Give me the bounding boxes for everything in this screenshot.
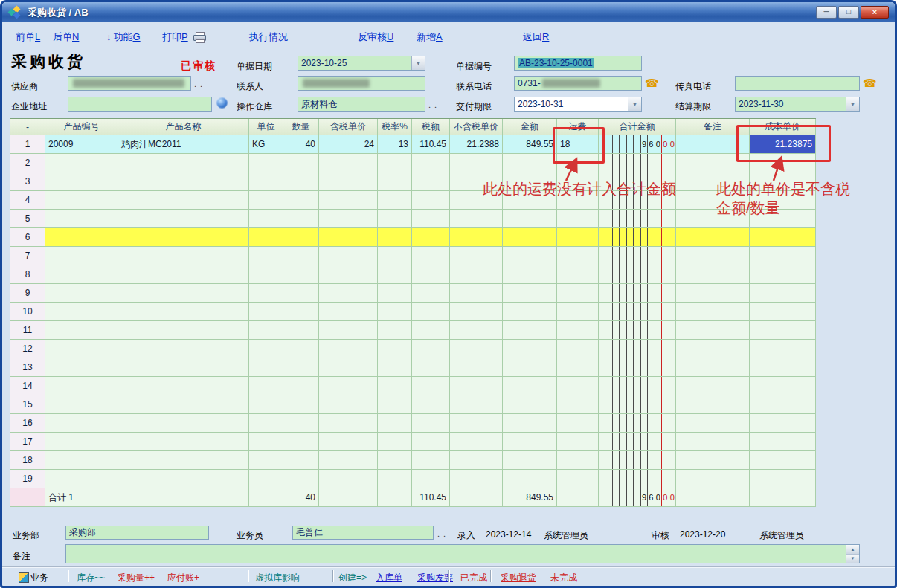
cell-price_tax[interactable] bbox=[319, 265, 378, 284]
virtual-stock-link[interactable]: 虚拟库影响 bbox=[255, 572, 300, 584]
cell-amount[interactable] bbox=[503, 433, 557, 451]
cell-product_name[interactable] bbox=[118, 284, 249, 303]
cell-remark[interactable] bbox=[676, 303, 750, 321]
remark-scroll-down-button[interactable]: ▼ bbox=[846, 555, 859, 563]
cell-unit[interactable] bbox=[249, 340, 283, 358]
cell-freight[interactable] bbox=[557, 451, 599, 470]
cell-tax_rate[interactable] bbox=[378, 191, 412, 210]
cell-tax[interactable] bbox=[412, 414, 450, 433]
cell-freight[interactable] bbox=[557, 358, 599, 377]
cell-qty[interactable] bbox=[283, 265, 319, 284]
cell-total-amount[interactable] bbox=[599, 377, 676, 395]
cell-cost_price[interactable] bbox=[750, 284, 816, 303]
cell-product_code[interactable] bbox=[45, 451, 118, 470]
cell-price_no_tax[interactable] bbox=[450, 433, 503, 451]
cell-qty[interactable] bbox=[283, 377, 319, 395]
cell-total-amount[interactable] bbox=[599, 265, 676, 284]
doc-no-field[interactable]: AB-23-10-25-0001 bbox=[514, 56, 642, 71]
cell-amount[interactable] bbox=[503, 210, 557, 228]
cell-product_code[interactable] bbox=[45, 340, 118, 358]
cell-qty[interactable] bbox=[283, 154, 319, 172]
supplier-lookup-button[interactable]: . . bbox=[194, 80, 203, 88]
address-field[interactable] bbox=[68, 97, 212, 112]
cell-price_tax[interactable] bbox=[319, 377, 378, 395]
cell-product_name[interactable] bbox=[118, 303, 249, 321]
cell-price_tax[interactable] bbox=[319, 451, 378, 470]
row-number-cell[interactable]: 18 bbox=[10, 451, 45, 470]
cell-unit[interactable] bbox=[249, 210, 283, 228]
cell-total-amount[interactable] bbox=[599, 247, 676, 265]
cell-tax[interactable] bbox=[412, 228, 450, 247]
cell-cost_price[interactable] bbox=[750, 303, 816, 321]
cell-product_name[interactable] bbox=[118, 377, 249, 395]
cell-unit[interactable] bbox=[249, 191, 283, 210]
cell-freight[interactable] bbox=[557, 228, 599, 247]
cell-remark[interactable] bbox=[676, 228, 750, 247]
salesman-lookup-button[interactable]: . . bbox=[437, 529, 446, 538]
back-button[interactable]: 返回R bbox=[523, 30, 549, 44]
cell-price_no_tax[interactable] bbox=[450, 228, 503, 247]
cell-tax[interactable]: 110.45 bbox=[412, 135, 450, 154]
cell-unit[interactable] bbox=[249, 154, 283, 172]
close-button[interactable]: × bbox=[861, 6, 889, 19]
cell-amount[interactable] bbox=[503, 303, 557, 321]
row-number-cell[interactable]: 17 bbox=[10, 433, 45, 451]
row-number-cell[interactable]: 13 bbox=[10, 358, 45, 377]
cell-product_code[interactable]: 20009 bbox=[45, 135, 118, 154]
cell-product_name[interactable] bbox=[118, 451, 249, 470]
row-number-cell[interactable]: 11 bbox=[10, 321, 45, 340]
purchase-qty-link[interactable]: 采购量++ bbox=[118, 572, 155, 584]
cell-product_code[interactable] bbox=[45, 433, 118, 451]
cell-total-amount[interactable] bbox=[599, 303, 676, 321]
cell-product_name[interactable] bbox=[118, 340, 249, 358]
doc-date-dropdown-icon[interactable]: ▼ bbox=[411, 56, 425, 70]
cell-price_tax[interactable] bbox=[319, 191, 378, 210]
cell-price_no_tax[interactable] bbox=[450, 265, 503, 284]
cell-total-amount[interactable] bbox=[599, 228, 676, 247]
cell-product_name[interactable] bbox=[118, 395, 249, 414]
cell-tax_rate[interactable] bbox=[378, 340, 412, 358]
cell-cost_price[interactable] bbox=[750, 358, 816, 377]
cell-price_no_tax[interactable] bbox=[450, 451, 503, 470]
cell-remark[interactable] bbox=[676, 265, 750, 284]
cell-product_name[interactable] bbox=[118, 191, 249, 210]
cell-unit[interactable] bbox=[249, 470, 283, 488]
cell-qty[interactable] bbox=[283, 228, 319, 247]
cell-tax_rate[interactable] bbox=[378, 414, 412, 433]
row-number-cell[interactable]: 15 bbox=[10, 395, 45, 414]
cell-tax_rate[interactable] bbox=[378, 377, 412, 395]
cell-price_tax[interactable] bbox=[319, 340, 378, 358]
cell-freight[interactable] bbox=[557, 247, 599, 265]
cell-tax_rate[interactable] bbox=[378, 451, 412, 470]
cell-freight[interactable] bbox=[557, 154, 599, 172]
cell-amount[interactable] bbox=[503, 470, 557, 488]
cell-cost_price[interactable] bbox=[750, 265, 816, 284]
cell-amount[interactable] bbox=[503, 228, 557, 247]
cell-qty[interactable] bbox=[283, 210, 319, 228]
cell-remark[interactable] bbox=[676, 340, 750, 358]
fax-field[interactable] bbox=[735, 76, 860, 91]
cell-remark[interactable] bbox=[676, 470, 750, 488]
row-number-cell[interactable]: 3 bbox=[10, 172, 45, 191]
cell-price_no_tax[interactable] bbox=[450, 377, 503, 395]
row-number-cell[interactable]: 1 bbox=[10, 135, 45, 154]
cell-product_code[interactable] bbox=[45, 303, 118, 321]
cell-unit[interactable] bbox=[249, 451, 283, 470]
cell-cost_price[interactable] bbox=[750, 414, 816, 433]
stock-link[interactable]: 库存~~ bbox=[77, 572, 105, 584]
cell-product_code[interactable] bbox=[45, 228, 118, 247]
cell-product_code[interactable] bbox=[45, 191, 118, 210]
cell-remark[interactable] bbox=[676, 377, 750, 395]
cell-qty[interactable] bbox=[283, 433, 319, 451]
cell-price_tax[interactable] bbox=[319, 414, 378, 433]
cell-remark[interactable] bbox=[676, 414, 750, 433]
cell-tax_rate[interactable] bbox=[378, 284, 412, 303]
cell-freight[interactable] bbox=[557, 303, 599, 321]
cell-product_code[interactable] bbox=[45, 414, 118, 433]
cell-product_code[interactable] bbox=[45, 358, 118, 377]
cell-total-amount[interactable]: 96000 bbox=[599, 135, 676, 154]
cell-product_name[interactable]: 鸡肉汁MC2011 bbox=[118, 135, 249, 154]
cell-price_no_tax[interactable] bbox=[450, 340, 503, 358]
cell-unit[interactable] bbox=[249, 414, 283, 433]
cell-tax_rate[interactable] bbox=[378, 265, 412, 284]
